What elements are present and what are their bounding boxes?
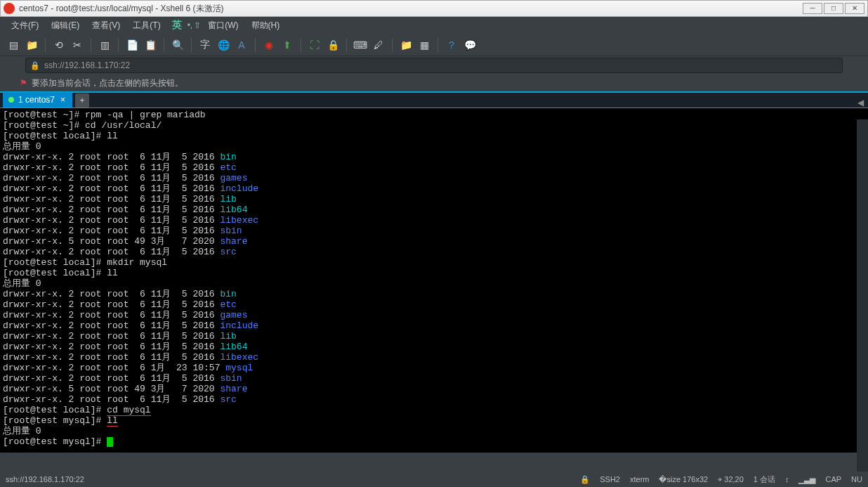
terminal[interactable]: [root@test ~]# rpm -qa | grep mariadb [r… xyxy=(0,108,868,453)
layout-icon[interactable]: ▦ xyxy=(416,37,432,53)
menu-edit[interactable]: 编辑(E) xyxy=(46,18,85,33)
encoding-icon[interactable]: 字 xyxy=(197,37,213,53)
properties-icon[interactable]: ▥ xyxy=(97,37,112,53)
addressbar: 🔒 ssh://192.168.1.170:22 xyxy=(6,56,862,74)
address-text: ssh://192.168.1.170:22 xyxy=(44,60,130,70)
lock-icon[interactable]: 🔒 xyxy=(325,37,341,53)
reconnect-icon[interactable]: ⟲ xyxy=(51,37,67,53)
address-lock-icon: 🔒 xyxy=(30,61,40,70)
highlight-icon[interactable]: 🖊 xyxy=(371,37,386,53)
status-ssh: SSH2 xyxy=(600,475,620,483)
menubar: 文件(F) 编辑(E) 查看(V) 工具(T) 英 •, ⇧ 窗口(W) 帮助(… xyxy=(0,17,868,34)
ime-punct-icon[interactable]: •, xyxy=(188,20,193,30)
status-dot-icon xyxy=(8,97,14,103)
infobar-text: 要添加当前会话，点击左侧的箭头按钮。 xyxy=(32,77,183,89)
window-controls: ─ □ ✕ xyxy=(803,3,864,14)
status-signal-icon: ▁▃▅ xyxy=(798,475,815,484)
xshell-icon[interactable]: ◉ xyxy=(261,37,277,53)
globe-icon[interactable]: 🌐 xyxy=(216,37,231,53)
status-size: �size 176x32 xyxy=(659,475,708,484)
address-input[interactable]: 🔒 ssh://192.168.1.170:22 xyxy=(25,58,843,73)
keyboard-icon[interactable]: ⌨ xyxy=(353,37,368,53)
status-num: NU xyxy=(851,475,862,483)
disconnect-icon[interactable]: ✂ xyxy=(70,37,85,53)
menu-file[interactable]: 文件(F) xyxy=(6,18,44,33)
statusbar: ssh://192.168.1.170:22 🔒 SSH2 xterm �siz… xyxy=(0,472,868,487)
menu-help[interactable]: 帮助(H) xyxy=(246,18,286,33)
tab-add-button[interactable]: + xyxy=(75,93,89,108)
status-cursor: ⌖ 32,20 xyxy=(718,475,744,484)
open-icon[interactable]: 📁 xyxy=(24,37,39,53)
maximize-button[interactable]: □ xyxy=(824,3,843,14)
window-title: centos7 - root@test:/usr/local/mysql - X… xyxy=(19,3,803,15)
status-updown-icon: ↕ xyxy=(785,475,789,483)
ime-shape-icon[interactable]: ⇧ xyxy=(194,20,201,30)
titlebar: centos7 - root@test:/usr/local/mysql - X… xyxy=(0,0,868,17)
app-icon xyxy=(4,3,15,14)
copy-icon[interactable]: 📄 xyxy=(124,37,140,53)
status-cap: CAP xyxy=(825,475,841,483)
new-session-icon[interactable]: ▤ xyxy=(6,37,21,53)
status-address: ssh://192.168.1.170:22 xyxy=(6,475,84,483)
status-lock-icon: 🔒 xyxy=(580,475,590,484)
menu-tools[interactable]: 工具(T) xyxy=(127,18,166,33)
fullscreen-icon[interactable]: ⛶ xyxy=(307,37,322,53)
status-term: xterm xyxy=(630,475,650,483)
vertical-scrollbar[interactable] xyxy=(857,119,868,472)
tab-label: 1 centos7 xyxy=(18,95,55,105)
help-icon[interactable]: ? xyxy=(444,37,459,53)
tabbar-arrow-icon[interactable]: ◀ xyxy=(857,98,864,108)
chat-icon[interactable]: 💬 xyxy=(462,37,478,53)
status-sessions: 1 会话 xyxy=(754,474,775,485)
paste-icon[interactable]: 📋 xyxy=(143,37,158,53)
session-tab[interactable]: 1 centos7 × xyxy=(3,92,72,108)
infobar: ⚑ 要添加当前会话，点击左侧的箭头按钮。 xyxy=(0,74,868,91)
tabbar: 1 centos7 × + ◀ xyxy=(0,91,868,108)
tab-close-icon[interactable]: × xyxy=(59,95,67,105)
close-button[interactable]: ✕ xyxy=(845,3,864,14)
ime-indicator[interactable]: 英 xyxy=(168,19,186,32)
minimize-button[interactable]: ─ xyxy=(803,3,822,14)
search-icon[interactable]: 🔍 xyxy=(170,37,185,53)
font-icon[interactable]: A xyxy=(234,37,249,53)
info-flag-icon: ⚑ xyxy=(20,78,27,88)
menu-window[interactable]: 窗口(W) xyxy=(202,18,244,33)
toolbar: ▤ 📁 ⟲ ✂ ▥ 📄 📋 🔍 字 🌐 A ◉ ⬆ ⛶ 🔒 ⌨ 🖊 📁 ▦ ? … xyxy=(0,34,868,56)
menu-view[interactable]: 查看(V) xyxy=(86,18,126,33)
xftp-icon[interactable]: ⬆ xyxy=(280,37,295,53)
new-folder-icon[interactable]: 📁 xyxy=(398,37,414,53)
